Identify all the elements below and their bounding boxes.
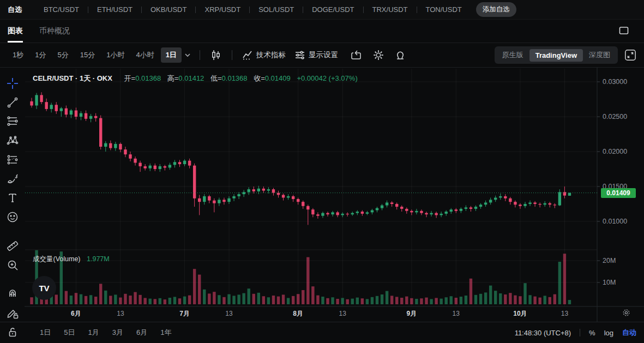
candle-body <box>252 189 255 191</box>
candle-style-icon[interactable] <box>206 47 226 63</box>
volume-axis-label[interactable]: 20M <box>603 257 616 264</box>
unlock-icon[interactable] <box>5 326 20 339</box>
zoom-in-tool-icon[interactable] <box>5 258 20 272</box>
fib-retracement-tool-icon[interactable] <box>5 115 20 128</box>
time-axis-label[interactable]: 6月 <box>71 310 81 317</box>
mode-tradingview[interactable]: TradingView <box>529 49 583 62</box>
range-1月[interactable]: 1月 <box>82 326 105 340</box>
interval-1小时[interactable]: 1小时 <box>101 47 129 63</box>
auto-scale-button[interactable]: 自动 <box>622 328 636 338</box>
symbol-title[interactable]: CELR/USDT · 1天 · OKX <box>33 74 112 82</box>
clock[interactable]: 11:48:30 (UTC+8) <box>515 329 571 337</box>
candle-body <box>465 207 467 209</box>
brush-tool-icon[interactable] <box>5 172 20 185</box>
text-tool-icon[interactable] <box>5 191 20 204</box>
interval-1d-active[interactable]: 1日 <box>161 47 182 63</box>
watchlist-pair-xrp[interactable]: XRP/USDT <box>196 5 249 14</box>
watchlist-pair-doge[interactable]: DOGE/USDT <box>303 5 363 14</box>
time-axis-label[interactable]: 13 <box>453 310 460 317</box>
fullscreen-icon[interactable] <box>624 49 636 61</box>
candle-body <box>538 204 541 204</box>
candle-body <box>35 95 38 105</box>
lock-drawings-tool-icon[interactable] <box>5 306 20 320</box>
volume-bar <box>257 293 260 304</box>
log-scale-button[interactable]: log <box>604 329 613 337</box>
volume-bar <box>292 296 294 304</box>
window-icon[interactable] <box>619 26 629 35</box>
watchlist-pair-eth[interactable]: ETH/USDT <box>88 5 141 14</box>
range-1日[interactable]: 1日 <box>34 326 57 340</box>
tab-coin-overview[interactable]: 币种概况 <box>39 20 70 43</box>
chart-toolbar: 1秒1分5分15分1小时4小时 1日 技术指标 <box>0 43 644 68</box>
price-axis-label[interactable]: 0.02500 <box>603 113 627 121</box>
time-axis-label[interactable]: 7月 <box>179 310 190 317</box>
volume-bar <box>149 299 152 304</box>
range-5日[interactable]: 5日 <box>58 326 81 340</box>
time-axis-label[interactable]: 10月 <box>513 310 527 317</box>
candle-body <box>198 198 201 202</box>
drawing-toolbar <box>0 68 25 343</box>
magnet-tool-icon[interactable] <box>5 287 20 300</box>
trendline-tool-icon[interactable] <box>5 96 20 109</box>
volume-bar <box>267 297 270 304</box>
watchlist-pair-ton[interactable]: TON/USDT <box>417 5 471 14</box>
candlestick-chart[interactable]: 0.030000.025000.020000.015000.0100020M10… <box>25 68 644 322</box>
candle-body <box>55 105 58 111</box>
mode-原生版[interactable]: 原生版 <box>496 48 529 62</box>
volume-bar <box>168 298 171 304</box>
watchlist-pair-okb[interactable]: OKB/USDT <box>142 5 195 14</box>
interval-1分[interactable]: 1分 <box>30 47 51 63</box>
candle-body <box>134 159 136 163</box>
volume-bar <box>558 262 561 304</box>
time-axis-label[interactable]: 9月 <box>407 310 417 317</box>
volume-bar <box>499 293 502 304</box>
chevron-down-icon[interactable] <box>184 53 191 57</box>
volume-axis-label[interactable]: 10M <box>603 279 616 286</box>
volume-bar <box>504 294 507 304</box>
candle-body <box>366 212 369 214</box>
emoji-tool-icon[interactable] <box>5 210 20 224</box>
time-axis-label[interactable]: 13 <box>339 310 346 317</box>
volume-bar <box>470 279 472 304</box>
watchlist-pair-btc[interactable]: BTC/USDT <box>35 5 88 14</box>
range-3月[interactable]: 3月 <box>106 326 129 340</box>
volume-bar <box>420 298 423 304</box>
candle-body <box>376 208 378 210</box>
interval-5分[interactable]: 5分 <box>52 47 73 63</box>
price-axis-label[interactable]: 0.02000 <box>603 148 627 155</box>
projection-tool-icon[interactable] <box>5 153 20 166</box>
candle-body <box>410 211 413 213</box>
gear-icon[interactable] <box>368 47 389 63</box>
range-6月[interactable]: 6月 <box>130 326 153 340</box>
tab-chart[interactable]: 图表 <box>8 20 23 43</box>
volume-bar <box>89 295 92 304</box>
xabcd-pattern-tool-icon[interactable] <box>5 134 20 147</box>
price-axis-label[interactable]: 0.03000 <box>603 78 627 86</box>
watchlist-pair-sol[interactable]: SOL/USDT <box>250 5 303 14</box>
indicators-button[interactable]: 技术指标 <box>238 48 290 62</box>
replay-icon[interactable] <box>346 47 368 63</box>
scale-icon[interactable] <box>389 47 411 63</box>
percent-scale-button[interactable]: % <box>589 329 595 337</box>
display-settings-button[interactable]: 显示设置 <box>290 48 342 62</box>
timezone-gear-icon[interactable] <box>622 308 631 317</box>
volume-bar <box>55 294 58 304</box>
crosshair-tool-icon[interactable] <box>5 77 20 90</box>
interval-1秒[interactable]: 1秒 <box>8 47 28 63</box>
interval-4小时[interactable]: 4小时 <box>131 47 159 63</box>
time-axis-label[interactable]: 8月 <box>293 310 303 317</box>
price-axis-label[interactable]: 0.01000 <box>603 218 627 225</box>
add-favorite-button[interactable]: 添加自选 <box>476 2 516 17</box>
time-axis-label[interactable]: 13 <box>225 310 233 317</box>
time-axis-label[interactable]: 13 <box>561 310 569 317</box>
ruler-tool-icon[interactable] <box>5 239 20 252</box>
range-1年[interactable]: 1年 <box>154 326 177 340</box>
time-axis-label[interactable]: 13 <box>117 310 124 317</box>
volume-bar <box>386 291 388 304</box>
watchlist-pair-trx[interactable]: TRX/USDT <box>364 5 417 14</box>
mode-深度图[interactable]: 深度图 <box>583 48 616 62</box>
watchlist-tab-favorites[interactable]: 自选 <box>8 5 22 15</box>
interval-15分[interactable]: 15分 <box>75 47 100 63</box>
candle-body <box>50 105 53 109</box>
candle-body <box>533 202 536 204</box>
